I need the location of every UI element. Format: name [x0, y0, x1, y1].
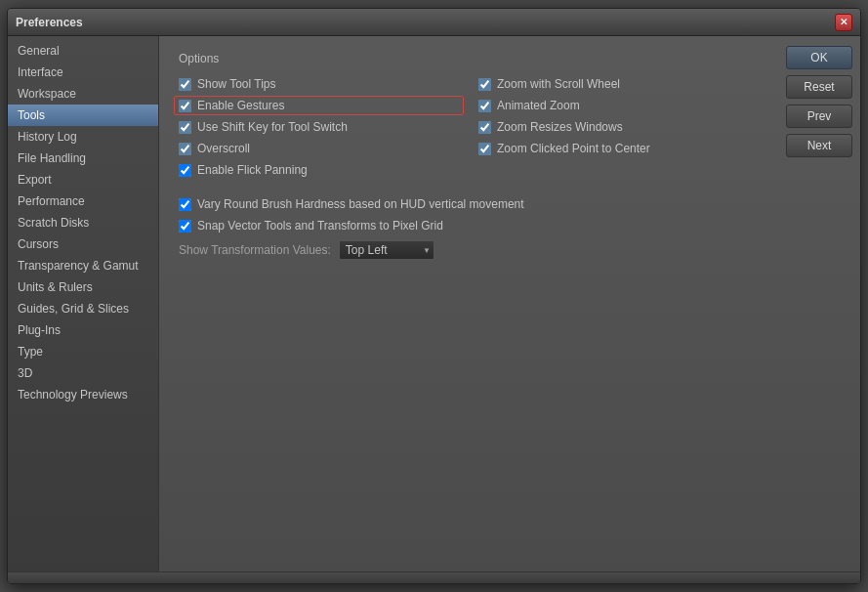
- preferences-dialog: Preferences ✕ GeneralInterfaceWorkspaceT…: [7, 8, 861, 584]
- transform-select-wrapper: Top Left Top Right Bottom Left Bottom Ri…: [339, 240, 434, 260]
- zoom-clicked-point-label[interactable]: Zoom Clicked Point to Center: [497, 142, 650, 155]
- sidebar: GeneralInterfaceWorkspaceToolsHistory Lo…: [8, 36, 159, 571]
- sidebar-item-general[interactable]: General: [8, 40, 158, 62]
- zoom-clicked-point-row: Zoom Clicked Point to Center: [478, 142, 759, 155]
- reset-button[interactable]: Reset: [786, 75, 852, 99]
- prev-button[interactable]: Prev: [786, 105, 852, 128]
- right-panel: OK Reset Prev Next: [778, 36, 860, 571]
- sidebar-item-3d[interactable]: 3D: [8, 362, 158, 384]
- enable-gestures-row: Enable Gestures: [174, 96, 464, 115]
- use-shift-key-label[interactable]: Use Shift Key for Tool Switch: [197, 120, 348, 134]
- animated-zoom-row: Animated Zoom: [478, 99, 759, 112]
- enable-gestures-checkbox[interactable]: [179, 100, 191, 112]
- show-tool-tips-checkbox[interactable]: [179, 78, 191, 91]
- section-title: Options: [179, 52, 759, 65]
- zoom-resizes-windows-row: Zoom Resizes Windows: [478, 120, 759, 134]
- use-shift-key-checkbox[interactable]: [179, 121, 191, 134]
- sidebar-item-transparency-gamut[interactable]: Transparency & Gamut: [8, 255, 158, 276]
- use-shift-key-row: Use Shift Key for Tool Switch: [179, 120, 459, 134]
- sidebar-item-workspace[interactable]: Workspace: [8, 83, 158, 105]
- vary-round-brush-label[interactable]: Vary Round Brush Hardness based on HUD v…: [197, 197, 524, 211]
- snap-vector-tools-label[interactable]: Snap Vector Tools and Transforms to Pixe…: [197, 219, 443, 233]
- sidebar-item-file-handling[interactable]: File Handling: [8, 148, 158, 169]
- transform-row: Show Transformation Values: Top Left Top…: [179, 240, 759, 260]
- zoom-scroll-wheel-label[interactable]: Zoom with Scroll Wheel: [497, 77, 620, 91]
- show-tool-tips-label[interactable]: Show Tool Tips: [197, 77, 276, 91]
- dialog-body: GeneralInterfaceWorkspaceToolsHistory Lo…: [8, 36, 860, 571]
- sidebar-item-history-log[interactable]: History Log: [8, 126, 158, 148]
- transform-label: Show Transformation Values:: [179, 243, 331, 257]
- animated-zoom-label[interactable]: Animated Zoom: [497, 99, 580, 112]
- enable-gestures-label[interactable]: Enable Gestures: [197, 99, 284, 112]
- sidebar-item-guides-grid-slices[interactable]: Guides, Grid & Slices: [8, 298, 158, 319]
- overscroll-row: Overscroll: [179, 142, 459, 155]
- zoom-resizes-windows-checkbox[interactable]: [478, 121, 491, 134]
- snap-vector-tools-row: Snap Vector Tools and Transforms to Pixe…: [179, 219, 759, 233]
- sidebar-item-scratch-disks[interactable]: Scratch Disks: [8, 212, 158, 233]
- sidebar-item-cursors[interactable]: Cursors: [8, 233, 158, 255]
- dialog-footer: [8, 571, 860, 583]
- animated-zoom-checkbox[interactable]: [478, 100, 491, 112]
- enable-flick-panning-checkbox[interactable]: [179, 164, 191, 177]
- title-bar: Preferences ✕: [8, 9, 860, 36]
- overscroll-checkbox[interactable]: [179, 143, 191, 155]
- sidebar-item-technology-previews[interactable]: Technology Previews: [8, 384, 158, 405]
- zoom-scroll-wheel-row: Zoom with Scroll Wheel: [478, 77, 759, 91]
- next-button[interactable]: Next: [786, 134, 852, 157]
- main-content: Options Show Tool Tips Enable Gestures: [159, 36, 778, 571]
- sidebar-item-performance[interactable]: Performance: [8, 190, 158, 212]
- zoom-clicked-point-checkbox[interactable]: [478, 143, 491, 155]
- transform-select[interactable]: Top Left Top Right Bottom Left Bottom Ri…: [339, 240, 434, 260]
- options-section: Options Show Tool Tips Enable Gestures: [179, 52, 759, 556]
- ok-button[interactable]: OK: [786, 46, 852, 69]
- sidebar-item-plug-ins[interactable]: Plug-Ins: [8, 319, 158, 341]
- overscroll-label[interactable]: Overscroll: [197, 142, 250, 155]
- sidebar-item-export[interactable]: Export: [8, 169, 158, 190]
- sidebar-item-units-rulers[interactable]: Units & Rulers: [8, 276, 158, 298]
- sidebar-item-type[interactable]: Type: [8, 341, 158, 362]
- enable-flick-panning-row: Enable Flick Panning: [179, 163, 759, 177]
- vary-round-brush-row: Vary Round Brush Hardness based on HUD v…: [179, 197, 759, 211]
- sidebar-item-tools[interactable]: Tools: [8, 105, 158, 126]
- vary-round-brush-checkbox[interactable]: [179, 198, 191, 211]
- snap-vector-tools-checkbox[interactable]: [179, 220, 191, 233]
- zoom-resizes-windows-label[interactable]: Zoom Resizes Windows: [497, 120, 623, 134]
- close-button[interactable]: ✕: [835, 14, 852, 31]
- zoom-scroll-wheel-checkbox[interactable]: [478, 78, 491, 91]
- sidebar-item-interface[interactable]: Interface: [8, 62, 158, 83]
- show-tool-tips-row: Show Tool Tips: [179, 77, 459, 91]
- enable-flick-panning-label[interactable]: Enable Flick Panning: [197, 163, 308, 177]
- dialog-title: Preferences: [16, 16, 83, 29]
- separator-1: [179, 187, 759, 188]
